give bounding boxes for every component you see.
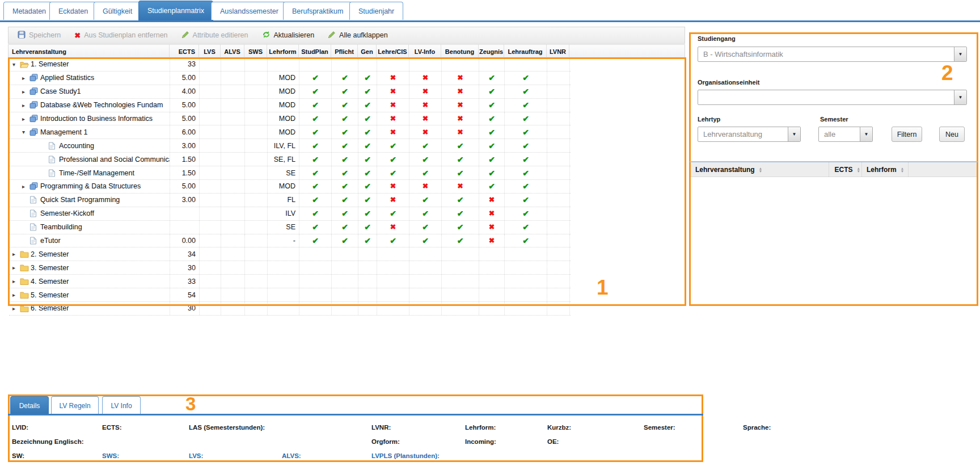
neu-button[interactable]: Neu — [939, 127, 965, 142]
collapse-arrow-icon[interactable]: ▾ — [12, 61, 20, 68]
tab-eckdaten[interactable]: Eckdaten — [49, 2, 97, 20]
course-label: 3. Semester — [31, 264, 69, 272]
expand-arrow-icon[interactable]: ▸ — [22, 102, 29, 108]
tab-metadaten[interactable]: Metadaten — [3, 2, 55, 20]
grid-row[interactable]: Professional and Social Communicat1.50SE… — [9, 153, 571, 166]
grid-row[interactable]: Accounting3.00ILV, FL✔✔✔✔✔✔✔✔ — [9, 139, 571, 153]
expand-arrow-icon[interactable]: ▸ — [12, 305, 20, 312]
grid-row[interactable]: ▸6. Semester30 — [9, 302, 571, 316]
tab-berufspraktikum[interactable]: Berufspraktikum — [283, 2, 352, 20]
grid-row[interactable]: Quick Start Programming3.00FL✔✔✔✖✔✔✖✔ — [9, 194, 571, 207]
tab-auslandssemester[interactable]: Auslandssemester — [211, 2, 288, 20]
column-header-lehrveranstaltung[interactable]: Lehrveranstaltung — [9, 45, 170, 58]
column-header-lehrauftrag[interactable]: Lehrauftrag — [504, 45, 547, 58]
lvnr-cell — [547, 72, 570, 85]
grid-row[interactable]: ▸2. Semester34 — [9, 247, 571, 261]
grid-row[interactable]: ▸Case Study14.00MOD✔✔✔✖✖✖✔✔ — [9, 85, 571, 99]
column-header-pflicht[interactable]: Pflicht — [331, 45, 358, 58]
expand-arrow-icon[interactable]: ▸ — [12, 292, 20, 298]
gen-cell: ✔ — [358, 166, 377, 179]
studiengang-select[interactable]: B - Wirtschaftsinformatik ▼ — [698, 47, 967, 62]
grid-row[interactable]: ▾Management 16.00MOD✔✔✔✖✖✖✔✔ — [9, 125, 571, 139]
lv-info-cell: ✔ — [409, 153, 442, 166]
chevron-down-icon[interactable]: ▼ — [954, 47, 966, 61]
semester-value: alle — [819, 130, 835, 138]
lehrtyp-select[interactable]: Lehrveranstaltung ▼ — [698, 127, 801, 142]
cross-icon: ✖ — [390, 183, 396, 190]
lehre-cis-cell — [377, 288, 409, 301]
check-icon: ✔ — [522, 223, 529, 231]
cross-icon: ✖ — [457, 183, 463, 190]
grid-row[interactable]: ▸5. Semester54 — [9, 288, 571, 302]
tree-cell: ▸Case Study1 — [9, 85, 170, 98]
check-icon: ✔ — [364, 169, 371, 177]
column-header-lehrform[interactable]: Lehrform — [267, 45, 299, 58]
expand-arrow-icon[interactable]: ▸ — [12, 278, 20, 284]
alvs-cell — [221, 166, 245, 179]
tab-studienplanmatrix[interactable]: Studienplanmatrix — [138, 1, 213, 20]
alle-aufklappen-button[interactable]: Alle aufklappen — [328, 31, 387, 40]
chevron-down-icon[interactable]: ▼ — [788, 127, 800, 141]
expand-arrow-icon[interactable]: ▸ — [22, 183, 29, 190]
zeugnis-cell: ✔ — [479, 99, 505, 112]
grid-row[interactable]: ▸4. Semester33 — [9, 275, 571, 288]
result-column-lehrveranstaltung[interactable]: Lehrveranstaltung ▲▼ — [691, 162, 829, 177]
column-header-lv-info[interactable]: LV-Info — [409, 45, 441, 58]
grid-row[interactable]: eTutor0.00-✔✔✔✔✔✔✖✔ — [9, 234, 571, 248]
result-column-ects[interactable]: ECTS ▲▼ — [829, 162, 862, 177]
result-col-label: Lehrform — [867, 166, 897, 174]
speichern-button[interactable]: Speichern — [18, 31, 61, 40]
grid-row[interactable]: ▸3. Semester30 — [9, 261, 571, 275]
column-header-sws[interactable]: SWS — [244, 45, 267, 58]
lvs-cell — [200, 85, 221, 98]
aus-studienplan-entfernen-button[interactable]: ✖ Aus Studienplan entfernen — [74, 31, 167, 40]
field-alvs-label: ALVS: — [282, 452, 301, 459]
column-header-lehre-cis[interactable]: Lehre/CIS — [377, 45, 409, 58]
column-header-ects[interactable]: ECTS — [170, 45, 199, 58]
column-header-studplan[interactable]: StudPlan — [299, 45, 331, 58]
expand-arrow-icon[interactable]: ▸ — [22, 75, 29, 81]
grid-row[interactable]: ▸Introduction to Business Informatics5.0… — [9, 112, 571, 126]
expand-arrow-icon[interactable]: ▸ — [22, 116, 29, 122]
filtern-button[interactable]: Filtern — [892, 127, 922, 142]
tab-details[interactable]: Details — [10, 396, 49, 414]
organisationseinheit-select[interactable]: ▼ — [698, 90, 967, 105]
sws-cell — [245, 234, 268, 247]
grid-row[interactable]: ▸Database &Web Technologies Fundam5.00MO… — [9, 99, 571, 112]
doc-icon — [29, 237, 40, 245]
check-icon: ✔ — [341, 128, 348, 136]
aktualisieren-button[interactable]: Aktualisieren — [262, 31, 315, 40]
column-header-lvs[interactable]: LVS — [199, 45, 221, 58]
doc-icon — [29, 209, 40, 217]
column-header-lvnr[interactable]: LVNR — [547, 45, 569, 58]
grid-row[interactable]: ▾1. Semester33 — [9, 58, 571, 72]
expand-arrow-icon[interactable]: ▸ — [12, 265, 20, 271]
column-header-zeugnis[interactable]: Zeugnis — [479, 45, 504, 58]
column-header-benotung[interactable]: Benotung — [441, 45, 479, 58]
semester-select[interactable]: alle ▼ — [818, 127, 873, 142]
attribute-editieren-button[interactable]: Attribute editieren — [181, 31, 248, 40]
tab-gueltigkeit[interactable]: Gültigkeit — [94, 2, 141, 20]
grid-row[interactable]: TeambuildingSE✔✔✔✖✔✔✖✔ — [9, 221, 571, 234]
expand-arrow-icon[interactable]: ▸ — [22, 89, 29, 95]
lv-info-cell: ✖ — [409, 72, 442, 85]
chevron-down-icon[interactable]: ▼ — [954, 90, 966, 104]
sws-cell — [245, 247, 268, 261]
chevron-down-icon[interactable]: ▼ — [860, 127, 872, 141]
grid-row[interactable]: ▸Applied Statistics5.00MOD✔✔✔✖✖✖✔✔ — [9, 72, 571, 85]
lvs-cell — [200, 261, 221, 274]
expand-arrow-icon[interactable]: ▸ — [12, 251, 20, 257]
collapse-arrow-icon[interactable]: ▾ — [22, 129, 29, 135]
result-column-lehrform[interactable]: Lehrform ▲▼ — [862, 162, 909, 177]
grid-row[interactable]: ▸Programming & Data Structures5.00MOD✔✔✔… — [9, 180, 571, 194]
check-icon: ✔ — [422, 223, 429, 231]
tab-lv-info[interactable]: LV Info — [102, 396, 141, 414]
check-icon: ✔ — [341, 209, 348, 217]
grid-row[interactable]: Time-/Self Management1.50SE✔✔✔✔✔✔✔✔ — [9, 166, 571, 180]
column-header-gen[interactable]: Gen — [358, 45, 377, 58]
benotung-cell — [442, 275, 479, 288]
tab-studienjahr[interactable]: Studienjahr — [349, 2, 403, 20]
tab-lv-regeln[interactable]: LV Regeln — [51, 396, 99, 414]
column-header-alvs[interactable]: ALVS — [221, 45, 244, 58]
grid-row[interactable]: Semester-KickoffILV✔✔✔✔✔✔✖✔ — [9, 207, 571, 221]
